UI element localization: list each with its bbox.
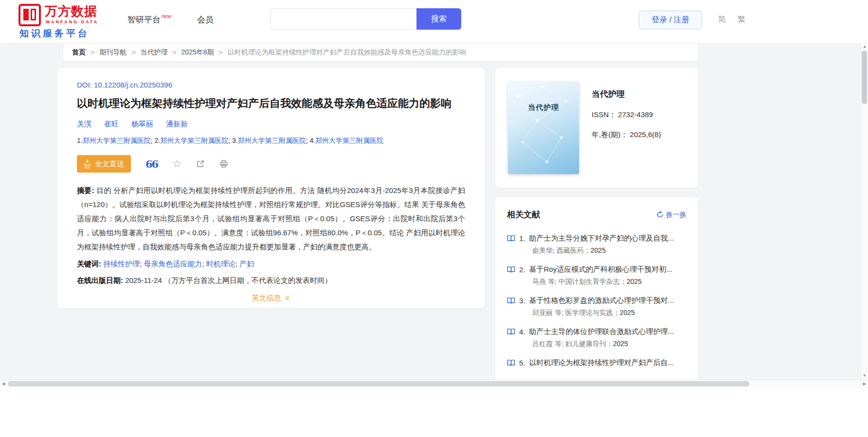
keyword-link[interactable]: 产妇 [239,260,254,268]
breadcrumb: 首页 > 期刊导航 > 当代护理 > 2025年8期 > 以时机理论为框架持续性… [63,44,698,61]
breadcrumb-separator: > [219,49,223,56]
journal-name[interactable]: 当代护理 [592,88,661,100]
related-item[interactable]: 5. 以时机理论为框架持续性护理对产妇产后自... [507,358,687,380]
lang-traditional-toggle[interactable]: 繁 [738,15,745,25]
related-item-title[interactable]: 以时机理论为框架持续性护理对产妇产后自... [529,358,674,367]
journal-info: 当代护理 ISSN： 2732-4389 年,卷(期)： 2025,6(8) [592,82,661,174]
abstract-text: 目的 分析产妇用以时机理论为框架持续性护理所起到的作用。方法 随机均分2024年… [77,186,465,251]
platform-subtitle: 知识服务平台 [19,27,90,40]
author-link[interactable]: 杨翠丽 [131,120,153,129]
related-item[interactable]: 1. 助产士为主导分娩下对孕产妇的心理及自我... 俞美华; 西藏医药；2025 [507,234,687,255]
favorite-star-icon[interactable]: ☆ [172,158,181,170]
print-icon[interactable] [219,159,228,168]
new-badge: new [162,13,171,19]
issn-label: ISSN： [592,110,616,119]
page: 万方数据 WANFANG DATA 知识服务平台 智研平台new 会员 搜索 登… [0,0,868,437]
fulltext-button-label: 全文直达 [95,159,124,169]
logo-shape [31,9,36,20]
related-title: 相关文献 [507,209,540,220]
scroll-up-arrow[interactable]: ▲ [863,45,867,49]
book-icon [507,235,515,242]
nav-member[interactable]: 会员 [197,14,214,25]
breadcrumb-journal[interactable]: 当代护理 [140,48,167,57]
search-button[interactable]: 搜索 [416,8,461,30]
cover-network-pattern [508,82,579,174]
keywords-label: 关键词: [77,260,101,268]
journal-cover-image[interactable]: 当代护理 [508,82,579,174]
related-item[interactable]: 3. 基于性格色彩罗盘的激励式心理护理干预对... 邱亚丽 等; 医学理论与实践… [507,296,687,317]
author-link[interactable]: 关淏 [77,120,91,129]
nav-member-label: 会员 [197,15,214,24]
online-date-value: 2025-11-24 [125,276,162,284]
doi-link[interactable]: 10.12208/j.cn.20250396 [94,81,172,89]
related-literature-panel: 相关文献 换一换 1. 助产士为主导分娩下对孕产妇的心理及自我... 俞美华; … [495,197,698,380]
related-header: 相关文献 换一换 [507,209,687,220]
english-info-toggle[interactable]: 英文信息 [252,294,290,303]
english-info-label: 英文信息 [252,294,281,303]
vertical-scrollbar-thumb[interactable] [862,51,867,104]
authors-row: 关淏 崔旺 杨翠丽 潘新新 [77,120,465,129]
search-input[interactable] [271,8,416,30]
vertical-scrollbar[interactable]: ▲ ▼ [860,43,868,380]
keyword-link[interactable]: 母亲角色适应能力 [144,260,202,268]
header: 万方数据 WANFANG DATA 知识服务平台 智研平台new 会员 搜索 登… [0,0,868,43]
affiliation-link[interactable]: 郑州大学第三附属医院 [83,137,151,144]
related-item[interactable]: 4. 助产士主导的体位护理联合激励式心理护理... 吕红霞 等; 妇儿健康导刊；… [507,327,687,349]
nav-zhiyan-platform[interactable]: 智研平台new [127,14,171,25]
related-item-title[interactable]: 助产士主导的体位护理联合激励式心理护理... [529,327,674,336]
scroll-down-arrow[interactable]: ▼ [863,374,867,378]
related-item-meta: 俞美华; 西藏医药；2025 [532,246,687,255]
brand-name-en: WANFANG DATA [46,19,98,24]
related-item-number: 2. [519,265,525,274]
affiliation-link[interactable]: 郑州大学第三附属医院 [315,137,383,144]
author-link[interactable]: 崔旺 [104,120,119,129]
keywords-row: 关键词: 持续性护理; 母亲角色适应能力; 时机理论; 产妇 [77,260,465,269]
journal-panel: 当代护理 当代护理 ISSN： 2732-4389 年,卷(期)： 2025,6… [495,68,698,188]
breadcrumb-home[interactable]: 首页 [72,48,86,57]
refresh-label: 换一换 [666,210,687,219]
scroll-left-arrow[interactable]: ◀ [2,382,5,386]
related-item[interactable]: 2. 基于Roy适应模式的产科积极心理干预对初... 马燕 等; 中国计划生育学… [507,265,687,286]
keyword-link[interactable]: 持续性护理 [103,260,140,268]
doi-row: DOI: 10.12208/j.cn.20250396 [77,81,465,89]
related-item-title[interactable]: 基于性格色彩罗盘的激励式心理护理干预对... [529,296,674,305]
volume-label: 年,卷(期)： [592,130,628,139]
wanfang-logo-icon[interactable] [18,4,41,26]
book-icon [507,359,515,367]
nav-zhiyan-label: 智研平台 [127,15,161,24]
brand-name[interactable]: 万方数据 [45,3,97,20]
affiliation-link[interactable]: 郑州大学第三附属医院 [238,137,306,144]
related-item-number: 3. [519,297,525,305]
keyword-link[interactable]: 时机理论 [206,260,235,268]
keyword-separator: ; [140,260,144,268]
cite-quote-icon[interactable]: 66 [145,158,158,170]
fulltext-access-button[interactable]: free 全文直达 [77,155,131,173]
journal-volume-row: 年,卷(期)： 2025,6(8) [592,130,661,140]
affiliation-link[interactable]: 郑州大学第三附属医院 [160,137,228,144]
refresh-related-button[interactable]: 换一换 [656,210,687,219]
keyword-separator: ; [202,260,206,268]
logo-shape [23,9,29,20]
article-actions: free 全文直达 66 ☆ [77,155,465,173]
lang-simplified-toggle[interactable]: 简 [718,15,726,25]
volume-value: 2025,6(8) [630,130,661,139]
login-register-button[interactable]: 登录 / 注册 [639,11,702,29]
journal-issn-row: ISSN： 2732-4389 [592,110,661,120]
affiliation-index: 2. [154,137,160,144]
breadcrumb-issue[interactable]: 2025年8期 [181,48,214,57]
breadcrumb-journal-nav[interactable]: 期刊导航 [99,48,127,57]
article-title: 以时机理论为框架持续性护理对产妇产后自我效能感及母亲角色适应能力的影响 [77,96,465,111]
scroll-right-arrow[interactable]: ▶ [863,382,866,386]
export-share-icon[interactable] [196,159,205,168]
horizontal-scrollbar[interactable]: ◀ ▶ [0,380,868,387]
related-item-title[interactable]: 基于Roy适应模式的产科积极心理干预对初... [529,265,672,274]
keyword-separator: ; [235,260,239,268]
author-link[interactable]: 潘新新 [166,120,188,129]
affiliations-row: 1.郑州大学第三附属医院; 2.郑州大学第三附属医院; 3.郑州大学第三附属医院… [77,137,465,145]
free-download-icon: free [84,159,91,169]
breadcrumb-separator: > [131,49,135,56]
book-icon [507,328,515,335]
related-item-title[interactable]: 助产士为主导分娩下对孕产妇的心理及自我... [529,234,674,243]
horizontal-scrollbar-thumb[interactable] [8,381,749,386]
breadcrumb-separator: > [90,49,94,56]
